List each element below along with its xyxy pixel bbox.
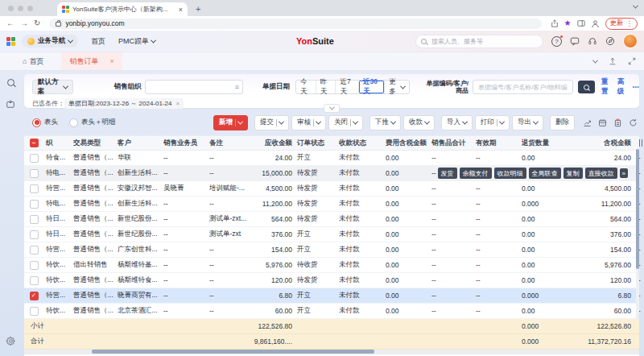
- 导入-button[interactable]: 导入: [441, 115, 473, 130]
- row-action-复制[interactable]: 复制: [564, 168, 583, 179]
- keyword-field[interactable]: [477, 83, 569, 92]
- column-header-order_status[interactable]: 订单状态: [295, 136, 336, 150]
- table-row-6[interactable]: 特日...普通销售（...新世纪股份...--测试单-zxt376.00开立未付…: [24, 227, 639, 242]
- more-filters-button[interactable]: ⋯: [632, 83, 639, 91]
- back-icon[interactable]: ←: [6, 19, 14, 27]
- browser-tab[interactable]: YonSuite客户演示中心（新架构... ×: [57, 2, 188, 16]
- minimize-window-icon[interactable]: [18, 6, 23, 11]
- row-action-more[interactable]: »: [620, 168, 628, 178]
- 收款-button[interactable]: 收款: [403, 115, 435, 130]
- row-checkbox[interactable]: [24, 166, 43, 180]
- column-header-validity[interactable]: 有效期: [473, 136, 519, 150]
- unchecked-checkbox-icon[interactable]: [30, 246, 39, 255]
- date-option-2[interactable]: 昨天: [316, 81, 336, 93]
- reset-button[interactable]: 重置: [601, 77, 613, 97]
- browser-menu-icon[interactable]: ⋮: [626, 19, 634, 27]
- column-header-type[interactable]: 交易类型: [71, 136, 115, 150]
- unchecked-checkbox-icon[interactable]: [30, 230, 39, 239]
- table-row-4[interactable]: 特电...普通销售（...创新生活科...----11,200.00待发货未付款…: [24, 197, 639, 212]
- workspace-nav-button[interactable]: 业务导航: [22, 35, 78, 48]
- column-header-pay_status[interactable]: 收款状态: [336, 136, 383, 150]
- chart-icon[interactable]: [583, 118, 592, 127]
- help-icon[interactable]: ?: [551, 36, 562, 47]
- advanced-button[interactable]: 高级: [617, 77, 630, 97]
- table-row-7[interactable]: 特营...普通销售（...广东创世科...----154.00开立未付款0.00…: [24, 242, 639, 258]
- column-header-org[interactable]: 织: [43, 136, 71, 150]
- window-controls[interactable]: [8, 6, 33, 11]
- unchecked-checkbox-icon[interactable]: [30, 276, 39, 285]
- unchecked-checkbox-icon[interactable]: [30, 307, 39, 316]
- zoom-window-icon[interactable]: [27, 6, 33, 11]
- new-tab-button[interactable]: +: [196, 4, 200, 14]
- table-row-3[interactable]: 特营...普通销售（...安徽汉邦智...吴晓菁培训赋能-...4,500.00…: [24, 181, 639, 197]
- selected-condition-tag[interactable]: 单据日期:2023-12-26 ～ 2024-01-24 ×: [64, 98, 184, 109]
- 打印-button[interactable]: 打印: [475, 115, 510, 130]
- unchecked-checkbox-icon[interactable]: [30, 261, 39, 270]
- side-panel-icon[interactable]: [577, 19, 585, 27]
- row-action-收款明细[interactable]: 收款明细: [494, 168, 526, 179]
- fullscreen-icon[interactable]: [628, 57, 636, 65]
- row-checkbox[interactable]: [24, 273, 43, 288]
- column-header-tax_amount[interactable]: 含税金额: [566, 136, 634, 150]
- settings-gear-icon[interactable]: [6, 336, 16, 346]
- tab-sales-order[interactable]: 销售订单 ×: [61, 52, 122, 70]
- table-row-10[interactable]: ✓特营...普通销售（...晓菁商贸有...----6.80开立未付款0.00-…: [24, 288, 639, 304]
- column-header-note[interactable]: 备注: [207, 136, 252, 150]
- close-window-icon[interactable]: [8, 6, 14, 11]
- column-header-goods_total[interactable]: 销售品合计: [429, 136, 473, 150]
- column-header-receivable[interactable]: 应收金额: [252, 136, 295, 150]
- org-input[interactable]: ≡: [145, 80, 243, 94]
- vertical-scrollbar-thumb[interactable]: [636, 149, 639, 269]
- tab-overflow-icon[interactable]: [634, 0, 638, 12]
- row-action-直接收款[interactable]: 直接收款: [585, 168, 617, 179]
- list-select-icon[interactable]: ≡: [235, 83, 239, 91]
- row-action-余额支付[interactable]: 余额支付: [460, 168, 492, 179]
- 关闭-button[interactable]: 关闭: [328, 115, 363, 130]
- search-button[interactable]: [578, 81, 595, 93]
- unchecked-checkbox-icon[interactable]: [30, 184, 39, 193]
- row-checkbox[interactable]: [24, 304, 43, 318]
- report-icon[interactable]: [613, 118, 622, 127]
- scheme-select[interactable]: 默认方案: [32, 80, 73, 94]
- compass-icon[interactable]: [605, 36, 615, 46]
- 审核-button[interactable]: 审核: [291, 115, 326, 130]
- headset-icon[interactable]: [588, 36, 597, 46]
- column-header-salesman[interactable]: 销售业务员: [161, 136, 207, 150]
- message-icon[interactable]: [570, 36, 580, 46]
- address-bar[interactable]: yonbip.yonyou.com: [49, 19, 541, 29]
- row-checkbox[interactable]: [24, 151, 43, 165]
- user-avatar[interactable]: [623, 34, 638, 48]
- yonyou-logo-icon[interactable]: [6, 37, 15, 46]
- horizontal-scrollbar-thumb[interactable]: [92, 350, 374, 354]
- export-page-icon[interactable]: [609, 57, 617, 65]
- nav-item-pmc[interactable]: PMC跟单: [118, 36, 155, 47]
- sidebar-app-box-icon[interactable]: [6, 99, 15, 109]
- row-checkbox[interactable]: [24, 197, 43, 211]
- column-header-return_qty[interactable]: 退货数量: [519, 136, 566, 150]
- radio-selected-icon[interactable]: [32, 118, 41, 127]
- column-header-customer[interactable]: 客户: [115, 136, 161, 150]
- 新增-button[interactable]: 新增: [213, 115, 248, 130]
- unchecked-checkbox-icon[interactable]: [30, 169, 39, 178]
- table-row-5[interactable]: 特日...普通销售（...新世纪股份...--测试单-zxt...564.00待…: [24, 212, 639, 227]
- share-icon[interactable]: [551, 19, 559, 27]
- column-header-extra[interactable]: [634, 136, 644, 150]
- 提交-button[interactable]: 提交: [254, 115, 289, 130]
- column-settings-icon[interactable]: [639, 139, 644, 147]
- unchecked-checkbox-icon[interactable]: [30, 200, 39, 209]
- date-option-5[interactable]: 更多: [384, 81, 409, 93]
- select-all-checkbox[interactable]: −: [24, 136, 43, 150]
- row-checkbox[interactable]: [24, 227, 43, 242]
- row-checkbox[interactable]: [24, 181, 43, 196]
- date-option-3[interactable]: 近7天: [335, 81, 358, 93]
- chrome-update-button[interactable]: 更新 ⋮: [605, 18, 638, 30]
- global-search-field[interactable]: [430, 37, 538, 46]
- unchecked-checkbox-icon[interactable]: [30, 154, 39, 163]
- column-header-fee_amount[interactable]: 费用含税金额: [383, 136, 429, 150]
- breadcrumb-home[interactable]: ⌂ 首页: [23, 56, 43, 67]
- keyword-input[interactable]: [473, 80, 573, 94]
- refresh-icon[interactable]: [629, 118, 638, 127]
- org-field[interactable]: [149, 83, 232, 92]
- row-checkbox[interactable]: [24, 212, 43, 226]
- remove-condition-icon[interactable]: ×: [176, 100, 180, 107]
